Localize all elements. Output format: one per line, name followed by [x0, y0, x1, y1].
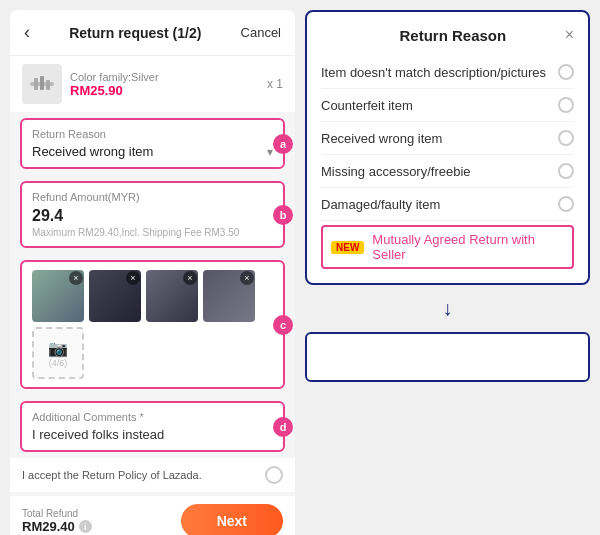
- return-reason-value: Received wrong item: [32, 144, 153, 159]
- remove-photo-1[interactable]: ×: [69, 271, 83, 285]
- svg-rect-2: [40, 76, 44, 90]
- accept-policy-row: I accept the Return Policy of Lazada.: [10, 458, 295, 492]
- new-reason-text: Mutually Agreed Return with Seller: [372, 232, 564, 262]
- refund-note: Maximum RM29.40,Incl. Shipping Fee RM3.5…: [32, 227, 273, 238]
- reason-radio-0[interactable]: [558, 64, 574, 80]
- popup-close-button[interactable]: ×: [565, 26, 574, 44]
- photo-1[interactable]: ×: [32, 270, 84, 322]
- blue-detail-box: [305, 332, 590, 382]
- section-badge-a: a: [273, 134, 293, 154]
- reason-text-2: Received wrong item: [321, 131, 442, 146]
- return-request-panel: ‹ Return request (1/2) Cancel Color fami…: [10, 10, 295, 535]
- arrow-container: ↓: [305, 293, 590, 324]
- refund-label: Refund Amount(MYR): [32, 191, 273, 203]
- refund-value: 29.4: [32, 207, 273, 225]
- photo-count-label: (4/6): [49, 358, 68, 368]
- remove-photo-2[interactable]: ×: [126, 271, 140, 285]
- product-color: Color family:Silver: [70, 71, 259, 83]
- product-image: [22, 64, 62, 104]
- section-badge-b: b: [273, 205, 293, 225]
- reason-item-1[interactable]: Counterfeit item: [321, 89, 574, 122]
- reason-item-0[interactable]: Item doesn't match description/pictures: [321, 56, 574, 89]
- comment-value[interactable]: I received folks instead: [32, 427, 273, 442]
- new-badge: NEW: [331, 241, 364, 254]
- product-info: Color family:Silver RM25.90: [70, 71, 259, 98]
- new-reason-row[interactable]: NEW Mutually Agreed Return with Seller: [321, 225, 574, 269]
- total-refund-label: Total Refund: [22, 508, 92, 519]
- product-quantity: x 1: [267, 77, 283, 91]
- footer-bar: Total Refund RM29.40 i Next: [10, 496, 295, 535]
- comments-label: Additional Comments *: [32, 411, 273, 423]
- comments-section[interactable]: Additional Comments * I received folks i…: [20, 401, 285, 452]
- total-refund-amount: RM29.40 i: [22, 519, 92, 534]
- reason-text-4: Damaged/faulty item: [321, 197, 440, 212]
- photo-4[interactable]: ×: [203, 270, 255, 322]
- accept-policy-text: I accept the Return Policy of Lazada.: [22, 469, 257, 481]
- total-refund-info: Total Refund RM29.40 i: [22, 508, 92, 534]
- photo-3[interactable]: ×: [146, 270, 198, 322]
- arrow-down-icon: ↓: [443, 297, 453, 320]
- return-reason-dropdown[interactable]: Received wrong item ▾: [32, 144, 273, 159]
- reason-radio-1[interactable]: [558, 97, 574, 113]
- remove-photo-3[interactable]: ×: [183, 271, 197, 285]
- reason-radio-4[interactable]: [558, 196, 574, 212]
- svg-rect-1: [34, 78, 38, 90]
- right-panel: Return Reason × Item doesn't match descr…: [305, 10, 590, 535]
- cancel-button[interactable]: Cancel: [241, 25, 281, 40]
- return-reason-section[interactable]: Return Reason Received wrong item ▾ a: [20, 118, 285, 169]
- refund-amount-section: Refund Amount(MYR) 29.4 Maximum RM29.40,…: [20, 181, 285, 248]
- info-icon[interactable]: i: [79, 520, 92, 533]
- popup-header: Return Reason ×: [321, 26, 574, 44]
- product-price: RM25.90: [70, 83, 259, 98]
- reason-text-0: Item doesn't match description/pictures: [321, 65, 546, 80]
- section-badge-d: d: [273, 417, 293, 437]
- header: ‹ Return request (1/2) Cancel: [10, 10, 295, 55]
- popup-title: Return Reason: [341, 27, 565, 44]
- svg-rect-3: [46, 80, 50, 90]
- reason-text-1: Counterfeit item: [321, 98, 413, 113]
- reason-item-4[interactable]: Damaged/faulty item: [321, 188, 574, 221]
- reason-item-3[interactable]: Missing accessory/freebie: [321, 155, 574, 188]
- return-reason-label: Return Reason: [32, 128, 273, 140]
- photos-section: × × × × 📷 (4/6) c: [20, 260, 285, 389]
- reason-radio-2[interactable]: [558, 130, 574, 146]
- chevron-down-icon: ▾: [267, 145, 273, 159]
- back-button[interactable]: ‹: [24, 22, 30, 43]
- add-photo-button[interactable]: 📷 (4/6): [32, 327, 84, 379]
- camera-icon: 📷: [48, 339, 68, 358]
- next-button[interactable]: Next: [181, 504, 283, 535]
- reason-text-3: Missing accessory/freebie: [321, 164, 471, 179]
- section-badge-c: c: [273, 315, 293, 335]
- accept-policy-checkbox[interactable]: [265, 466, 283, 484]
- product-row: Color family:Silver RM25.90 x 1: [10, 55, 295, 112]
- remove-photo-4[interactable]: ×: [240, 271, 254, 285]
- page-title: Return request (1/2): [69, 25, 201, 41]
- photo-2[interactable]: ×: [89, 270, 141, 322]
- return-reason-popup: Return Reason × Item doesn't match descr…: [305, 10, 590, 285]
- reason-radio-3[interactable]: [558, 163, 574, 179]
- photos-grid: × × × × 📷 (4/6): [32, 270, 273, 379]
- reason-item-2[interactable]: Received wrong item: [321, 122, 574, 155]
